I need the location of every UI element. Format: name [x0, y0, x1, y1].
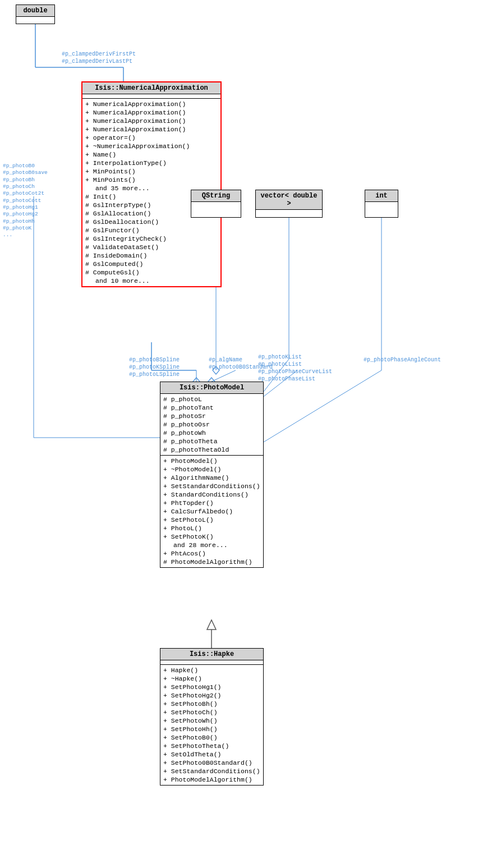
pm-method-6: + PhtTopder()	[163, 499, 260, 507]
label-phaseangle: #p_photoPhaseAngleCount	[364, 356, 441, 364]
na-method-10: + MinPoints()	[85, 176, 218, 184]
hapke-method-2: + ~Hapke()	[163, 674, 260, 683]
hapke-method-8: + SetPhotoHh()	[163, 725, 260, 733]
na-method-19: # GslComputed()	[85, 260, 218, 268]
pm-attr-3: # p_photoSr	[163, 412, 260, 420]
na-method-more2: and 10 more...	[85, 277, 218, 285]
vector-double-header: vector< double >	[256, 190, 322, 210]
hapke-method-13: + SetStandardConditions()	[163, 767, 260, 775]
photo-model-box: Isis::PhotoModel # p_photoL # p_photoTan…	[160, 382, 264, 568]
qstring-empty	[191, 202, 241, 213]
hapke-empty-attr	[160, 660, 263, 665]
pm-method-10: + SetPhotoK()	[163, 532, 260, 541]
svg-marker-22	[207, 620, 216, 630]
hapke-method-1: + Hapke()	[163, 666, 260, 674]
hapke-method-5: + SetPhotoBh()	[163, 700, 260, 708]
pm-method-2: + ~PhotoModel()	[163, 465, 260, 474]
pm-method-9: + PhotoL()	[163, 524, 260, 532]
pm-attr-6: # p_photoTheta	[163, 437, 260, 446]
pm-method-1: + PhotoModel()	[163, 457, 260, 465]
hapke-method-6: + SetPhotoCh()	[163, 708, 260, 717]
photo-model-methods: + PhotoModel() + ~PhotoModel() + Algorit…	[160, 456, 263, 567]
label-bspline: #p_photoBSpline #p_photoKSpline #p_photo…	[129, 356, 180, 378]
qstring-header: QString	[191, 190, 241, 202]
pm-method-5: + StandardConditions()	[163, 490, 260, 499]
photo-model-header: Isis::PhotoModel	[160, 382, 263, 394]
na-method-20: # ComputeGsl()	[85, 268, 218, 277]
pm-method-11: + PhtAcos()	[163, 549, 260, 558]
numerical-approximation-box: Isis::NumericalApproximation + Numerical…	[81, 81, 222, 287]
hapke-method-3: + SetPhotoHg1()	[163, 683, 260, 691]
svg-line-7	[211, 370, 236, 382]
na-method-7: + Name()	[85, 150, 218, 159]
pm-method-3: + AlgorithmName()	[163, 474, 260, 482]
pm-method-12: # PhotoModelAlgorithm()	[163, 558, 260, 566]
numerical-approximation-header: Isis::NumericalApproximation	[82, 82, 220, 94]
na-method-18: # InsideDomain()	[85, 251, 218, 260]
pm-method-7: + CalcSurfAlbedo()	[163, 507, 260, 516]
int-empty	[365, 202, 398, 213]
label-photoklist: #p_photoKList #p_photoLList #p_photoPhas…	[258, 353, 332, 383]
vector-double-box: vector< double >	[255, 190, 323, 218]
double-box: double	[16, 4, 55, 24]
pm-attr-1: # p_photoL	[163, 395, 260, 403]
pm-method-8: + SetPhotoL()	[163, 516, 260, 524]
hapke-method-14: + PhotoModelAlgorithm()	[163, 775, 260, 784]
pm-attr-4: # p_photoOsr	[163, 420, 260, 429]
pm-attr-2: # p_photoTant	[163, 403, 260, 412]
na-method-8: + InterpolationType()	[85, 159, 218, 167]
int-box: int	[365, 190, 398, 218]
int-header: int	[365, 190, 398, 202]
na-method-14: # GslDeallocation()	[85, 218, 218, 226]
na-method-9: + MinPoints()	[85, 167, 218, 176]
pm-attr-5: # p_photoWh	[163, 429, 260, 437]
numerical-approximation-empty-section	[82, 94, 220, 99]
hapke-method-7: + SetPhotoWh()	[163, 717, 260, 725]
photo-model-attributes: # p_photoL # p_photoTant # p_photoSr # p…	[160, 394, 263, 456]
qstring-box: QString	[191, 190, 241, 218]
na-method-6: + ~NumericalApproximation()	[85, 142, 218, 150]
pm-attr-7: # p_photoThetaOld	[163, 446, 260, 454]
na-method-16: # GslIntegrityCheck()	[85, 235, 218, 243]
hapke-method-11: + SetOldTheta()	[163, 750, 260, 759]
pm-method-more: and 28 more...	[163, 541, 260, 549]
hapke-box: Isis::Hapke + Hapke() + ~Hapke() + SetPh…	[160, 648, 264, 786]
na-method-3: + NumericalApproximation()	[85, 117, 218, 125]
hapke-methods: + Hapke() + ~Hapke() + SetPhotoHg1() + S…	[160, 665, 263, 785]
diagram-container: double #p_clampedDerivFirstPt #p_clamped…	[0, 0, 492, 868]
label-clamped-deriv: #p_clampedDerivFirstPt #p_clampedDerivLa…	[62, 50, 136, 65]
double-header: double	[16, 5, 54, 17]
vector-double-empty	[256, 210, 322, 221]
hapke-method-10: + SetPhotoTheta()	[163, 742, 260, 750]
na-method-5: + operator=()	[85, 134, 218, 142]
na-method-4: + NumericalApproximation()	[85, 125, 218, 134]
hapke-method-9: + SetPhotoB0()	[163, 733, 260, 742]
na-method-15: # GslFunctor()	[85, 226, 218, 235]
hapke-method-12: + SetPhoto0B0Standard()	[163, 759, 260, 767]
hapke-method-4: + SetPhotoHg2()	[163, 691, 260, 700]
hapke-header: Isis::Hapke	[160, 649, 263, 660]
label-photo-left: #p_photoB0 #p_photoB0save #p_photoBh #p_…	[3, 163, 48, 239]
na-method-2: + NumericalApproximation()	[85, 108, 218, 117]
na-method-17: # ValidateDataSet()	[85, 243, 218, 251]
na-method-1: + NumericalApproximation()	[85, 100, 218, 108]
pm-method-4: + SetStandardConditions()	[163, 482, 260, 490]
